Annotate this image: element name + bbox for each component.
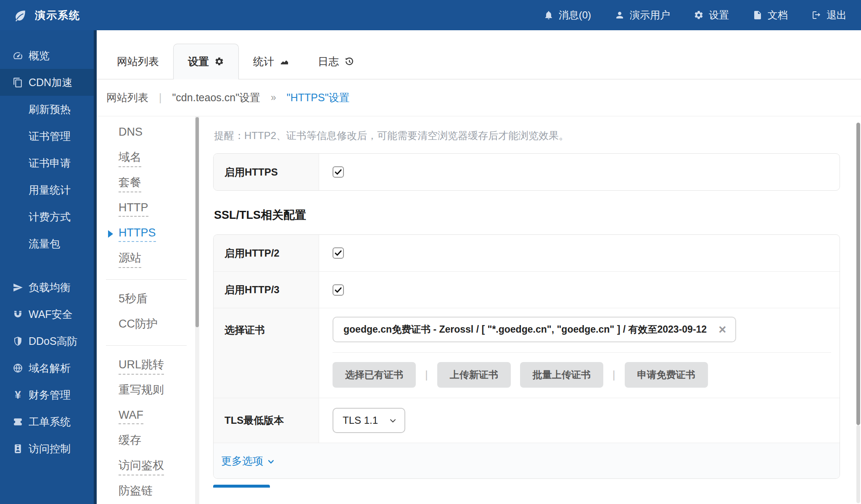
topbar-item-label: 文档 — [768, 8, 788, 22]
topbar-item-label: 设置 — [709, 8, 729, 22]
leaf-logo-icon — [13, 9, 26, 22]
upload-new-cert-button[interactable]: 上传新证书 — [437, 362, 511, 388]
ticket-icon — [13, 417, 23, 427]
sidebar-item-ddos[interactable]: DDoS高防 — [0, 328, 97, 354]
sidebar-subitem-cert-apply[interactable]: 证书申请 — [0, 150, 97, 176]
sidebar-subitem-cert-manage[interactable]: 证书管理 — [0, 123, 97, 150]
tls-min-version-select[interactable]: TLS 1.1 — [333, 408, 405, 433]
row-label: 选择证书 — [214, 308, 319, 398]
topbar: 演示系统 消息(0) 演示用户 设置 文档 退出 — [0, 0, 861, 30]
sidebar-item-access-control[interactable]: 访问控制 — [0, 435, 97, 462]
ssl-section-title: SSL/TLS相关配置 — [214, 207, 840, 223]
sidebar-item-cdn[interactable]: CDN加速 — [0, 69, 97, 96]
user-icon — [615, 10, 625, 20]
topbar-item-settings[interactable]: 设置 — [694, 8, 729, 22]
https-settings-panel: 提醒：HTTP2、证书等信息修改后，可能需要清空浏览器缓存后才能浏览效果。 启用… — [199, 116, 861, 504]
sidebar: 概览 CDN加速 刷新预热 证书管理 证书申请 用量统计 计费方式 流量包 负载… — [0, 30, 97, 504]
topbar-item-docs[interactable]: 文档 — [753, 8, 788, 22]
breadcrumb-separator: » — [271, 92, 276, 103]
tab-statistics[interactable]: 统计 — [239, 44, 304, 79]
tls-min-version-value: TLS 1.1 — [343, 415, 378, 426]
enable-https-table: 启用HTTPS — [213, 153, 840, 191]
ssl-config-table: 启用HTTP/2 启用HTTP/3 — [213, 234, 840, 479]
batch-upload-cert-button[interactable]: 批量上传证书 — [520, 362, 603, 388]
sidebar-subitem-traffic-package[interactable]: 流量包 — [0, 230, 97, 257]
subnav-item-auth[interactable]: 访问鉴权 — [97, 454, 195, 479]
gear-icon — [214, 57, 224, 66]
settings-subnav: DNS 域名 套餐 HTTP HTTPS 源站 5秒盾 CC防护 URL跳转 重… — [97, 116, 195, 504]
sidebar-item-label: 财务管理 — [29, 388, 71, 402]
check-icon — [334, 168, 343, 176]
sidebar-subitem-billing-method[interactable]: 计费方式 — [0, 203, 97, 230]
table-row-http2: 启用HTTP/2 — [214, 235, 840, 271]
subnav-item-waf[interactable]: WAF — [97, 404, 195, 429]
subnav-item-url-redirect[interactable]: URL跳转 — [97, 353, 195, 378]
save-button-partial[interactable] — [213, 485, 270, 488]
breadcrumb-separator: | — [159, 92, 162, 104]
breadcrumb-site-settings[interactable]: "cdn.teaos.cn"设置 — [172, 91, 261, 105]
enable-http2-checkbox[interactable] — [333, 247, 344, 259]
app-title: 演示系统 — [35, 8, 80, 22]
sidebar-item-finance[interactable]: ¥ 财务管理 — [0, 381, 97, 408]
subnav-item-cache[interactable]: 缓存 — [97, 429, 195, 454]
topbar-item-label: 消息(0) — [559, 8, 591, 22]
tab-settings[interactable]: 设置 — [173, 44, 239, 79]
sidebar-item-overview[interactable]: 概览 — [0, 42, 97, 69]
remove-certificate-icon[interactable]: × — [718, 324, 726, 335]
subnav-item-plan[interactable]: 套餐 — [97, 171, 195, 196]
apply-free-cert-button[interactable]: 申请免费证书 — [625, 362, 708, 388]
button-separator: | — [613, 368, 615, 381]
subnav-scrollbar[interactable] — [195, 116, 199, 504]
copy-icon — [13, 77, 23, 88]
topbar-item-logout[interactable]: 退出 — [811, 8, 847, 22]
subnav-item-https[interactable]: HTTPS — [97, 221, 195, 247]
subnav-item-rewrite-rules[interactable]: 重写规则 — [97, 378, 195, 404]
tab-label: 设置 — [188, 55, 209, 68]
magnet-icon — [13, 309, 23, 320]
app-brand[interactable]: 演示系统 — [13, 8, 80, 22]
breadcrumb-https-settings[interactable]: "HTTPS"设置 — [287, 91, 350, 105]
tab-label: 网站列表 — [117, 55, 159, 68]
subnav-item-hotlink[interactable]: 防盗链 — [97, 479, 195, 504]
subnav-scrollbar-thumb[interactable] — [195, 117, 199, 327]
sidebar-submenu-cdn: 刷新预热 证书管理 证书申请 用量统计 计费方式 流量包 — [0, 96, 97, 257]
sidebar-item-load-balancer[interactable]: 负载均衡 — [0, 274, 97, 301]
sidebar-item-waf[interactable]: WAF安全 — [0, 301, 97, 328]
topbar-item-messages[interactable]: 消息(0) — [544, 8, 591, 22]
enable-http3-checkbox[interactable] — [333, 284, 344, 296]
breadcrumb-website-list[interactable]: 网站列表 — [106, 91, 148, 105]
globe-icon — [13, 363, 23, 373]
tab-website-list[interactable]: 网站列表 — [103, 44, 173, 79]
logout-icon — [811, 10, 821, 20]
sidebar-subitem-usage-stats[interactable]: 用量统计 — [0, 176, 97, 203]
row-label: 启用HTTP/3 — [214, 272, 319, 308]
yuan-icon: ¥ — [13, 388, 23, 402]
select-existing-cert-button[interactable]: 选择已有证书 — [333, 362, 416, 388]
sidebar-item-tickets[interactable]: 工单系统 — [0, 408, 97, 435]
more-options-link[interactable]: 更多选项 — [221, 454, 275, 468]
sidebar-item-dns[interactable]: 域名解析 — [0, 354, 97, 381]
certificate-tag-text: goedge.cn免费证书 - Zerossl / [ "*.goedge.cn… — [343, 323, 707, 336]
subnav-item-dns[interactable]: DNS — [97, 121, 195, 146]
subnav-item-domain[interactable]: 域名 — [97, 146, 195, 171]
row-label: 启用HTTP/2 — [214, 235, 319, 271]
id-badge-icon — [13, 444, 23, 454]
topbar-item-user[interactable]: 演示用户 — [615, 8, 670, 22]
table-row-http3: 启用HTTP/3 — [214, 271, 840, 308]
button-separator: | — [425, 368, 428, 381]
subnav-item-origin[interactable]: 源站 — [97, 247, 195, 272]
check-icon — [334, 286, 343, 294]
page-scrollbar-thumb[interactable] — [856, 123, 860, 425]
gear-icon — [694, 10, 704, 20]
sidebar-subitem-refresh[interactable]: 刷新预热 — [0, 96, 97, 123]
history-icon — [344, 57, 354, 66]
sidebar-item-label: DDoS高防 — [29, 334, 78, 348]
subnav-item-cc-protect[interactable]: CC防护 — [97, 312, 195, 338]
subnav-item-http[interactable]: HTTP — [97, 196, 195, 221]
page-scrollbar-track[interactable] — [856, 425, 860, 503]
sidebar-item-label: 负载均衡 — [29, 281, 71, 294]
bell-icon — [544, 10, 554, 20]
tab-logs[interactable]: 日志 — [304, 44, 368, 79]
enable-https-checkbox[interactable] — [333, 166, 344, 178]
subnav-item-5s-shield[interactable]: 5秒盾 — [97, 287, 195, 312]
